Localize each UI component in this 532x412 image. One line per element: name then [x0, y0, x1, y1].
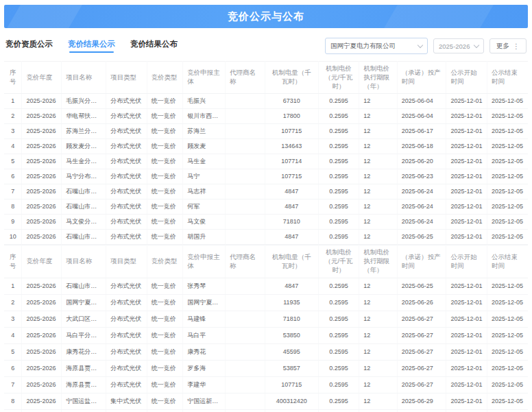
cell-index: 6	[4, 360, 22, 376]
header-row: 序号竞价年度项目名称项目类型竞价类型竞价申报主体代理商名称机制电量（千瓦时）机制…	[4, 62, 528, 94]
column-header-price-execution-period: 机制电价执行期限（年）	[359, 245, 398, 278]
year-select[interactable]: 2025-2026	[433, 38, 484, 53]
cell-mechanism-price: 0.2595	[318, 360, 359, 376]
cell-mechanism-price: 0.2595	[318, 109, 359, 124]
table-row: 12025-2026毛振兴分布式...分布式光伏统一竞价毛振兴673100.25…	[4, 94, 528, 109]
cell-bid-year: 2025-2026	[22, 109, 62, 124]
cell-price-execution-period: 12	[359, 124, 398, 139]
cell-project-type: 分布式光伏	[106, 154, 147, 169]
cell-mechanism-energy: 45595	[265, 343, 318, 360]
cell-bid-applicant: 张秀琴	[183, 278, 226, 294]
cell-publicity-start-time: 2025-12-01	[446, 215, 487, 230]
cell-production-time: 2025-06-23	[397, 169, 446, 184]
cell-bid-applicant: 李建华	[183, 376, 226, 393]
cell-publicity-end-time: 2025-12-05	[487, 294, 528, 311]
cell-mechanism-energy: 107715	[265, 376, 318, 393]
cell-index: 7	[4, 376, 22, 393]
cell-production-time: 2025-06-27	[397, 311, 446, 327]
cell-mechanism-price: 0.2595	[318, 230, 359, 245]
cell-index: 9	[4, 215, 22, 230]
cell-index: 1	[4, 94, 22, 109]
table-row: 82025-2026宁国运盐池高...集中式光伏统一竞价宁国运新能源(...40…	[4, 393, 528, 409]
column-header-mechanism-energy: 机制电量（千瓦时）	[265, 62, 318, 94]
company-select[interactable]: 国网宁夏电力有限公司	[325, 38, 428, 54]
cell-production-time: 2025-06-25	[397, 230, 446, 245]
cell-agent-name	[225, 199, 265, 215]
cell-project-type: 分布式光伏	[106, 215, 147, 230]
cell-mechanism-price: 0.2595	[318, 311, 359, 327]
filter-controls: 国网宁夏电力有限公司 2025-2026 更多 ⋮	[325, 38, 527, 54]
column-header-agent-name: 代理商名称	[225, 62, 265, 94]
cell-mechanism-energy: 107715	[265, 169, 318, 184]
cell-bid-applicant: 马志祥	[183, 184, 226, 199]
cell-publicity-start-time: 2025-12-01	[446, 230, 487, 245]
cell-publicity-end-time: 2025-12-05	[487, 409, 528, 412]
table-row: 22025-2026华电帮扶富宁...分布式光伏统一竞价银川市西夏区...178…	[4, 109, 528, 124]
cell-bid-type: 统一竞价	[147, 199, 183, 215]
cell-publicity-start-time: 2025-12-01	[446, 278, 487, 294]
page-header: 竞价公示与公布	[0, 0, 532, 28]
cell-mechanism-energy: 4847	[265, 230, 318, 245]
cell-bid-applicant: 宁国运新能源(...	[183, 393, 226, 409]
cell-index: 10	[4, 230, 22, 245]
cell-bid-type: 统一竞价	[147, 230, 183, 245]
cell-publicity-start-time: 2025-12-01	[446, 393, 487, 409]
cell-index: 8	[4, 199, 22, 215]
cell-price-execution-period: 12	[359, 154, 398, 169]
cell-price-execution-period: 12	[359, 409, 398, 412]
cell-bid-applicant: 顾发麦	[183, 139, 226, 154]
cell-bid-applicant: 马生金	[183, 154, 226, 169]
cell-mechanism-energy: 4847	[265, 199, 318, 215]
cell-publicity-end-time: 2025-12-05	[487, 184, 528, 199]
cell-project-name: 石嘴山市平罗...	[62, 184, 106, 199]
cell-project-name: 马文俊分布式...	[62, 215, 106, 230]
cell-price-execution-period: 12	[359, 199, 398, 215]
cell-index: 2	[4, 109, 22, 124]
year-select-value: 2025-2026	[439, 43, 470, 50]
column-header-bid-type: 竞价类型	[147, 245, 183, 278]
cell-bid-type: 统一竞价	[147, 343, 183, 360]
column-header-agent-name: 代理商名称	[225, 245, 265, 278]
cell-mechanism-price: 0.2595	[318, 294, 359, 311]
cell-mechanism-energy: 134643	[265, 139, 318, 154]
cell-mechanism-price: 0.2595	[318, 139, 359, 154]
column-header-bid-year: 竞价年度	[22, 62, 62, 94]
cell-publicity-end-time: 2025-12-05	[487, 343, 528, 360]
cell-project-name: 马白平分布式...	[62, 327, 106, 343]
cell-bid-type: 统一竞价	[147, 169, 183, 184]
column-header-mechanism-energy: 机制电量（千瓦时）	[265, 245, 318, 278]
cell-bid-year: 2025-2026	[22, 311, 62, 327]
cell-project-name: 毛振兴分布式...	[62, 94, 106, 109]
cell-mechanism-energy: 53850	[265, 327, 318, 343]
column-header-bid-applicant: 竞价申报主体	[183, 62, 226, 94]
tab-bid-qualification-publicity[interactable]: 竞价资质公示	[5, 39, 53, 53]
tab-bid-result-announcement[interactable]: 竞价结果公布	[130, 39, 178, 53]
cell-publicity-end-time: 2025-12-05	[487, 215, 528, 230]
cell-index: 5	[4, 343, 22, 360]
cell-price-execution-period: 12	[359, 230, 398, 245]
cell-index: 6	[4, 169, 22, 184]
cell-agent-name	[225, 139, 265, 154]
cell-production-time: 2025-06-27	[397, 360, 446, 376]
table-row: 92025-2026马文俊分布式...分布式光伏统一竞价马文俊718100.25…	[4, 215, 528, 230]
cell-mechanism-price: 0.2595	[318, 278, 359, 294]
cell-bid-year: 2025-2026	[22, 154, 62, 169]
cell-publicity-end-time: 2025-12-05	[487, 230, 528, 245]
cell-project-type: 分布式光伏	[106, 169, 147, 184]
cell-mechanism-price: 0.2595	[318, 94, 359, 109]
cell-bid-applicant: 国网宁夏电力...	[183, 294, 226, 311]
cell-production-time: 2025-06-30	[397, 409, 446, 412]
tables-area: 序号竞价年度项目名称项目类型竞价类型竞价申报主体代理商名称机制电量（千瓦时）机制…	[0, 61, 532, 412]
cell-project-name: 康秀花分布式...	[62, 343, 106, 360]
cell-bid-applicant: 毛振兴	[183, 94, 226, 109]
cell-publicity-start-time: 2025-12-01	[446, 124, 487, 139]
column-header-project-name: 项目名称	[62, 62, 106, 94]
cell-bid-year: 2025-2026	[22, 215, 62, 230]
cell-bid-type: 统一竞价	[147, 327, 183, 343]
more-button[interactable]: 更多 ⋮	[489, 38, 527, 53]
cell-agent-name	[225, 124, 265, 139]
table-row: 22025-2026国网宁夏电力...分布式光伏统一竞价国网宁夏电力...119…	[4, 294, 528, 311]
cell-publicity-start-time: 2025-12-01	[446, 360, 487, 376]
cell-publicity-end-time: 2025-12-05	[487, 109, 528, 124]
tab-bid-result-publicity[interactable]: 竞价结果公示	[68, 39, 115, 53]
